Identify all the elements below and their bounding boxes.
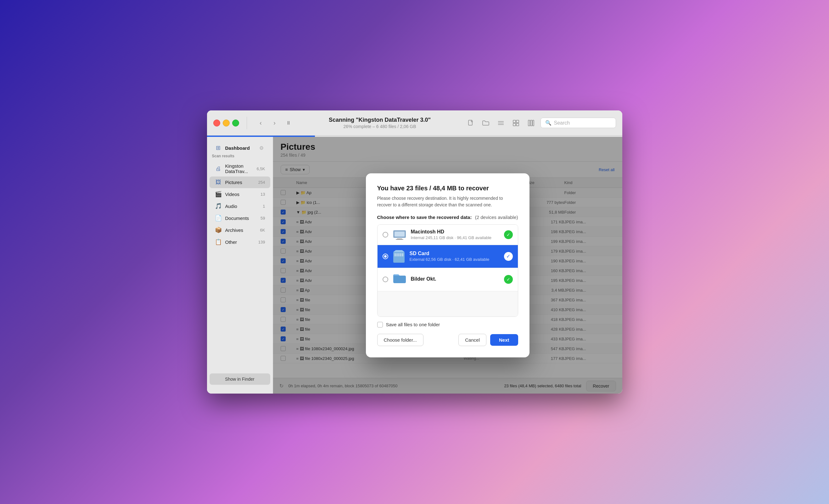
- check-icon-bilder-okt: ✓: [504, 275, 513, 284]
- device-name-macintosh-hd: Macintosh HD: [411, 229, 500, 235]
- back-button[interactable]: ‹: [254, 117, 267, 129]
- devices-count: (2 devices available): [475, 215, 518, 220]
- choose-folder-button[interactable]: Choose folder...: [377, 334, 424, 346]
- radio-bilder-okt[interactable]: [383, 277, 388, 282]
- svg-rect-9: [531, 120, 532, 126]
- documents-icon: 📄: [215, 215, 222, 221]
- svg-rect-20: [402, 253, 403, 256]
- device-item-macintosh-hd[interactable]: Macintosh HD Internal 245,11 GB disk · 9…: [377, 225, 518, 245]
- sidebar-documents-count: 59: [260, 216, 265, 220]
- drive-icon: 🖨: [215, 166, 222, 172]
- sidebar-item-kingston[interactable]: 🖨 Kingston DataTrav... 6,5K: [210, 161, 270, 177]
- sidebar-item-documents[interactable]: 📄 Documents 59: [210, 212, 270, 224]
- other-icon: 📋: [215, 239, 222, 245]
- pause-button[interactable]: ⏸: [282, 117, 295, 129]
- window-subtitle: 26% complete – 6 480 files / 2,06 GB: [300, 124, 460, 129]
- sidebar-item-dashboard[interactable]: ⊞ Dashboard ⚙: [210, 142, 270, 154]
- device-detail-macintosh-hd: Internal 245,11 GB disk · 96,41 GB avail…: [411, 235, 500, 240]
- sidebar-kingston-label: Kingston DataTrav...: [225, 163, 254, 174]
- sidebar-audio-count: 1: [263, 204, 265, 209]
- sidebar-dashboard-label: Dashboard: [225, 145, 254, 151]
- search-icon: 🔍: [545, 120, 551, 126]
- column-view-icon[interactable]: [526, 117, 537, 129]
- sidebar-archives-label: Archives: [225, 227, 257, 233]
- device-detail-sd-card: External 62,56 GB disk · 62,41 GB availa…: [410, 257, 500, 262]
- choose-where-label: Choose where to save the recovered data:: [377, 215, 472, 220]
- close-button[interactable]: [213, 119, 220, 127]
- window-title-area: Scanning "Kingston DataTraveler 3.0" 26%…: [300, 117, 460, 129]
- device-info-sd-card: SD Card External 62,56 GB disk · 62,41 G…: [410, 251, 500, 262]
- sidebar: ⊞ Dashboard ⚙ Scan results 🖨 Kingston Da…: [207, 137, 273, 394]
- svg-rect-7: [516, 123, 519, 126]
- check-icon-macintosh-hd: ✓: [504, 230, 513, 239]
- svg-rect-4: [513, 120, 516, 123]
- svg-rect-8: [528, 120, 530, 126]
- list-view-icon[interactable]: [495, 117, 507, 129]
- sidebar-item-archives[interactable]: 📦 Archives 6K: [210, 224, 270, 236]
- svg-rect-16: [395, 253, 396, 256]
- check-icon-sd-card: ✓: [504, 252, 513, 261]
- minimize-button[interactable]: [223, 119, 230, 127]
- device-item-bilder-okt[interactable]: Bilder Okt. ✓: [377, 268, 518, 291]
- svg-rect-18: [398, 253, 400, 256]
- sidebar-pictures-count: 254: [258, 180, 265, 185]
- divider: [247, 117, 247, 129]
- dashboard-icon: ⊞: [215, 144, 222, 151]
- maximize-button[interactable]: [232, 119, 239, 127]
- sidebar-documents-label: Documents: [225, 216, 258, 221]
- device-name-sd-card: SD Card: [410, 251, 500, 256]
- traffic-lights: [213, 119, 239, 127]
- folder-bilder-okt-icon: [393, 273, 406, 287]
- search-box[interactable]: 🔍 Search: [541, 118, 616, 128]
- sidebar-footer: Show in Finder: [207, 370, 273, 389]
- svg-rect-10: [533, 120, 534, 126]
- window-title: Scanning "Kingston DataTraveler 3.0": [300, 117, 460, 123]
- device-list-empty: [377, 291, 518, 317]
- sidebar-kingston-count: 6,5K: [257, 167, 265, 171]
- folder-icon[interactable]: [480, 117, 492, 129]
- device-info-bilder-okt: Bilder Okt.: [411, 276, 500, 283]
- new-file-icon[interactable]: [465, 117, 476, 129]
- macintosh-hd-icon: [393, 229, 406, 240]
- toolbar-icons: 🔍 Search: [465, 117, 616, 129]
- show-in-finder-button[interactable]: Show in Finder: [210, 373, 270, 385]
- sidebar-item-other[interactable]: 📋 Other 139: [210, 236, 270, 248]
- scan-results-label: Scan results: [207, 154, 273, 161]
- sidebar-item-audio[interactable]: 🎵 Audio 1: [210, 200, 270, 212]
- sidebar-pictures-label: Pictures: [225, 180, 255, 185]
- cancel-button[interactable]: Cancel: [458, 334, 486, 346]
- main-area: ⊞ Dashboard ⚙ Scan results 🖨 Kingston Da…: [207, 137, 622, 394]
- radio-sd-card[interactable]: [383, 254, 388, 259]
- save-to-folder-label: Save all files to one folder: [386, 322, 440, 327]
- search-label[interactable]: Search: [554, 120, 570, 126]
- device-item-sd-card[interactable]: SD Card External 62,56 GB disk · 62,41 G…: [377, 245, 518, 268]
- sidebar-item-pictures[interactable]: 🖼 Pictures 254: [210, 177, 270, 188]
- device-info-macintosh-hd: Macintosh HD Internal 245,11 GB disk · 9…: [411, 229, 500, 240]
- archives-icon: 📦: [215, 226, 222, 233]
- sidebar-audio-label: Audio: [225, 204, 260, 209]
- pictures-icon: 🖼: [215, 179, 222, 186]
- radio-macintosh-hd[interactable]: [383, 232, 388, 238]
- nav-buttons: ‹ › ⏸: [254, 117, 295, 129]
- svg-rect-19: [400, 253, 401, 256]
- svg-rect-14: [396, 239, 403, 240]
- next-button[interactable]: Next: [490, 334, 518, 346]
- modal-title: You have 23 files / 48,4 MB to recover: [377, 185, 518, 192]
- modal-choose-label: Choose where to save the recovered data:…: [377, 215, 518, 220]
- forward-button[interactable]: ›: [268, 117, 281, 129]
- modal-buttons: Choose folder... Cancel Next: [377, 334, 518, 346]
- title-bar: ‹ › ⏸ Scanning "Kingston DataTraveler 3.…: [207, 110, 622, 136]
- svg-rect-5: [516, 120, 519, 123]
- svg-rect-0: [468, 120, 472, 125]
- save-to-folder-checkbox[interactable]: [377, 322, 383, 327]
- grid-view-icon[interactable]: [510, 117, 521, 129]
- recovery-modal: You have 23 files / 48,4 MB to recover P…: [366, 173, 530, 357]
- save-to-folder-row: Save all files to one folder: [377, 322, 518, 327]
- sd-card-icon: [393, 250, 405, 263]
- modal-overlay: You have 23 files / 48,4 MB to recover P…: [273, 137, 622, 394]
- sidebar-item-videos[interactable]: 🎬 Videos 13: [210, 188, 270, 200]
- settings-icon[interactable]: ⚙: [258, 145, 265, 151]
- device-name-bilder-okt: Bilder Okt.: [411, 276, 500, 282]
- videos-icon: 🎬: [215, 191, 222, 197]
- sidebar-videos-label: Videos: [225, 191, 258, 197]
